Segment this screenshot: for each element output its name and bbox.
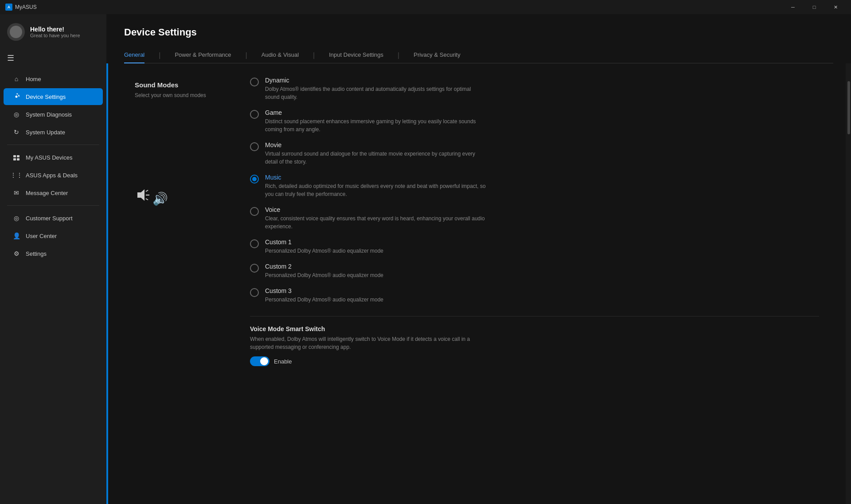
sidebar-item-my-asus-devices[interactable]: My ASUS Devices xyxy=(4,149,103,166)
radio-custom1[interactable] xyxy=(250,239,259,248)
tab-power-performance[interactable]: Power & Performance xyxy=(175,47,231,63)
sound-modes-subtitle: Select your own sound modes xyxy=(135,92,223,98)
radio-game[interactable] xyxy=(250,110,259,119)
tab-input-device[interactable]: Input Device Settings xyxy=(329,47,383,63)
sound-modes-left: Sound Modes Select your own sound modes … xyxy=(135,77,223,491)
my-asus-devices-icon xyxy=(12,153,20,161)
sound-option-voice-desc: Clear, consistent voice quality ensures … xyxy=(265,215,487,231)
tab-sep-2: | xyxy=(246,51,247,59)
svg-point-0 xyxy=(16,96,18,98)
sidebar-item-settings-label: Settings xyxy=(26,250,47,257)
svg-rect-1 xyxy=(13,155,16,157)
radio-movie[interactable] xyxy=(250,142,259,151)
minimize-button[interactable]: ─ xyxy=(783,0,803,14)
sidebar-item-message-center-label: Message Center xyxy=(26,190,68,196)
sound-option-custom3[interactable]: Custom 3 Personalized Dolby Atmos® audio… xyxy=(250,287,819,304)
sound-option-movie-text: Movie Virtual surround sound and dialogu… xyxy=(265,141,487,166)
close-button[interactable]: ✕ xyxy=(825,0,846,14)
sidebar-item-device-settings[interactable]: Device Settings xyxy=(4,88,103,105)
toggle-row: Enable xyxy=(250,356,819,366)
sidebar-item-message-center[interactable]: ✉ Message Center xyxy=(4,184,103,201)
tab-sep-3: | xyxy=(313,51,315,59)
sidebar-item-system-update[interactable]: ↻ System Update xyxy=(4,124,103,141)
sound-option-game[interactable]: Game Distinct sound placement enhances i… xyxy=(250,109,819,133)
system-update-icon: ↻ xyxy=(12,128,20,136)
home-icon: ⌂ xyxy=(12,75,20,83)
radio-custom3[interactable] xyxy=(250,288,259,297)
sound-option-music[interactable]: Music Rich, detailed audio optimized for… xyxy=(250,174,819,198)
message-center-icon: ✉ xyxy=(12,189,20,197)
voice-mode-toggle[interactable] xyxy=(250,356,269,366)
sound-option-movie[interactable]: Movie Virtual surround sound and dialogu… xyxy=(250,141,819,166)
sidebar-item-settings[interactable]: ⚙ Settings xyxy=(4,245,103,262)
device-settings-icon xyxy=(12,93,20,101)
nav-items: ⌂ Home Device Settings ◎ System Diagnosi… xyxy=(0,70,106,495)
settings-icon: ⚙ xyxy=(12,250,20,258)
tab-audio-visual[interactable]: Audio & Visual xyxy=(262,47,299,63)
sound-option-dynamic[interactable]: Dynamic Dolby Atmos® identifies the audi… xyxy=(250,77,819,101)
sidebar-item-system-diagnosis[interactable]: ◎ System Diagnosis xyxy=(4,106,103,123)
tab-general[interactable]: General xyxy=(124,47,144,63)
sidebar-item-customer-support[interactable]: ◎ Customer Support xyxy=(4,210,103,227)
radio-dynamic[interactable] xyxy=(250,78,259,86)
sidebar-item-home[interactable]: ⌂ Home xyxy=(4,70,103,87)
main-content: Device Settings General | Power & Perfor… xyxy=(106,14,851,504)
sidebar-item-customer-support-label: Customer Support xyxy=(26,215,73,222)
sound-option-music-label: Music xyxy=(265,174,487,181)
radio-voice[interactable] xyxy=(250,207,259,216)
app-body: Hello there! Great to have you here ☰ ⌂ … xyxy=(0,14,851,504)
sound-option-dynamic-desc: Dolby Atmos® identifies the audio conten… xyxy=(265,85,487,101)
avatar xyxy=(7,23,25,41)
scrollbar[interactable] xyxy=(846,63,851,504)
sound-modes-title: Sound Modes xyxy=(135,81,223,89)
sidebar-item-user-center-label: User Center xyxy=(26,233,57,239)
hamburger-icon: ☰ xyxy=(7,54,14,63)
svg-line-8 xyxy=(146,199,148,200)
sidebar-item-asus-apps-deals[interactable]: ⋮⋮ ASUS Apps & Deals xyxy=(4,167,103,184)
maximize-button[interactable]: □ xyxy=(804,0,824,14)
sidebar-item-home-label: Home xyxy=(26,76,41,82)
sidebar-item-system-update-label: System Update xyxy=(26,129,65,136)
toggle-knob xyxy=(260,357,268,365)
sound-option-custom1[interactable]: Custom 1 Personalized Dolby Atmos® audio… xyxy=(250,238,819,255)
app-title: MyASUS xyxy=(15,4,37,10)
sound-option-custom2-desc: Personalized Dolby Atmos® audio equalize… xyxy=(265,271,383,279)
sound-option-voice[interactable]: Voice Clear, consistent voice quality en… xyxy=(250,206,819,231)
app-logo: A xyxy=(5,4,12,11)
page-header: Device Settings General | Power & Perfor… xyxy=(106,14,851,63)
sidebar-item-user-center[interactable]: 👤 User Center xyxy=(4,227,103,244)
sound-option-custom3-text: Custom 3 Personalized Dolby Atmos® audio… xyxy=(265,287,383,304)
nav-divider-1 xyxy=(7,145,99,145)
sound-option-custom2[interactable]: Custom 2 Personalized Dolby Atmos® audio… xyxy=(250,263,819,279)
sound-option-movie-desc: Virtual surround sound and dialogue for … xyxy=(265,150,487,166)
toggle-label: Enable xyxy=(274,358,292,365)
sound-option-custom2-label: Custom 2 xyxy=(265,263,383,270)
sidebar: Hello there! Great to have you here ☰ ⌂ … xyxy=(0,14,106,504)
sidebar-item-my-asus-devices-label: My ASUS Devices xyxy=(26,154,72,161)
tab-privacy-security[interactable]: Privacy & Security xyxy=(414,47,460,63)
svg-line-6 xyxy=(146,190,148,191)
radio-custom2[interactable] xyxy=(250,264,259,273)
sound-option-movie-label: Movie xyxy=(265,141,487,148)
content-area: Sound Modes Select your own sound modes … xyxy=(106,63,851,504)
radio-music-inner xyxy=(252,177,257,181)
sound-option-custom3-desc: Personalized Dolby Atmos® audio equalize… xyxy=(265,296,383,304)
titlebar: A MyASUS ─ □ ✕ xyxy=(0,0,851,14)
sidebar-menu-toggle[interactable]: ☰ xyxy=(0,50,106,66)
scrollbar-thumb[interactable] xyxy=(847,81,850,134)
smart-switch-title: Voice Mode Smart Switch xyxy=(250,325,819,332)
settings-panel: Sound Modes Select your own sound modes … xyxy=(108,63,846,504)
sound-option-game-text: Game Distinct sound placement enhances i… xyxy=(265,109,487,133)
greeting-name: Hello there! xyxy=(30,26,80,33)
sidebar-greeting: Hello there! Great to have you here xyxy=(30,26,80,38)
svg-rect-2 xyxy=(17,155,20,157)
svg-rect-3 xyxy=(13,158,16,160)
voice-mode-smart-switch: Voice Mode Smart Switch When enabled, Do… xyxy=(250,316,819,366)
sound-options-list: Dynamic Dolby Atmos® identifies the audi… xyxy=(250,77,819,491)
tab-sep-4: | xyxy=(398,51,399,59)
sound-option-game-label: Game xyxy=(265,109,487,116)
sound-option-custom1-label: Custom 1 xyxy=(265,238,383,246)
nav-divider-2 xyxy=(7,205,99,206)
page-title: Device Settings xyxy=(124,27,833,38)
radio-music[interactable] xyxy=(250,175,259,184)
